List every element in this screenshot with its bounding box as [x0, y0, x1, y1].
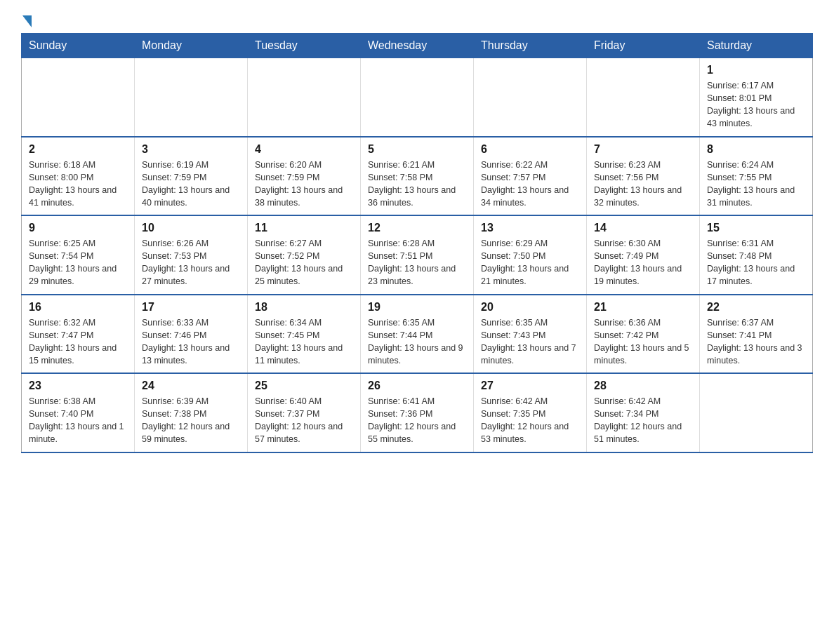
day-number: 24	[142, 380, 240, 392]
day-info: Sunrise: 6:35 AM Sunset: 7:44 PM Dayligh…	[368, 316, 466, 368]
calendar-day-cell: 2Sunrise: 6:18 AM Sunset: 8:00 PM Daylig…	[22, 137, 135, 216]
calendar-day-cell: 24Sunrise: 6:39 AM Sunset: 7:38 PM Dayli…	[135, 373, 248, 452]
day-number: 10	[142, 222, 240, 234]
day-number: 19	[368, 301, 466, 314]
day-number: 1	[707, 64, 805, 76]
day-number: 6	[481, 143, 579, 156]
calendar-day-cell: 13Sunrise: 6:29 AM Sunset: 7:50 PM Dayli…	[474, 215, 587, 295]
logo-triangle-icon	[22, 15, 32, 27]
day-info: Sunrise: 6:26 AM Sunset: 7:53 PM Dayligh…	[142, 237, 240, 288]
day-info: Sunrise: 6:25 AM Sunset: 7:54 PM Dayligh…	[29, 237, 127, 288]
day-number: 5	[368, 143, 466, 156]
calendar-week-row: 16Sunrise: 6:32 AM Sunset: 7:47 PM Dayli…	[22, 295, 813, 374]
day-number: 3	[142, 143, 240, 156]
day-number: 23	[29, 380, 127, 392]
calendar-day-cell: 16Sunrise: 6:32 AM Sunset: 7:47 PM Dayli…	[22, 295, 135, 374]
day-info: Sunrise: 6:36 AM Sunset: 7:42 PM Dayligh…	[594, 316, 692, 368]
calendar-day-cell: 28Sunrise: 6:42 AM Sunset: 7:34 PM Dayli…	[587, 373, 700, 452]
day-info: Sunrise: 6:33 AM Sunset: 7:46 PM Dayligh…	[142, 316, 240, 368]
day-info: Sunrise: 6:29 AM Sunset: 7:50 PM Dayligh…	[481, 237, 579, 288]
day-info: Sunrise: 6:18 AM Sunset: 8:00 PM Dayligh…	[29, 159, 127, 210]
calendar-day-cell: 8Sunrise: 6:24 AM Sunset: 7:55 PM Daylig…	[700, 137, 813, 216]
day-info: Sunrise: 6:32 AM Sunset: 7:47 PM Dayligh…	[29, 316, 127, 368]
calendar-day-cell: 3Sunrise: 6:19 AM Sunset: 7:59 PM Daylig…	[135, 137, 248, 216]
calendar-day-cell: 7Sunrise: 6:23 AM Sunset: 7:56 PM Daylig…	[587, 137, 700, 216]
calendar-day-cell	[248, 58, 361, 137]
day-info: Sunrise: 6:23 AM Sunset: 7:56 PM Dayligh…	[594, 159, 692, 210]
day-info: Sunrise: 6:30 AM Sunset: 7:49 PM Dayligh…	[594, 237, 692, 288]
day-info: Sunrise: 6:40 AM Sunset: 7:37 PM Dayligh…	[255, 395, 353, 446]
calendar-day-cell: 9Sunrise: 6:25 AM Sunset: 7:54 PM Daylig…	[22, 215, 135, 295]
column-header-thursday: Thursday	[474, 34, 587, 58]
day-number: 16	[29, 301, 127, 314]
column-header-sunday: Sunday	[22, 34, 135, 58]
calendar-day-cell: 4Sunrise: 6:20 AM Sunset: 7:59 PM Daylig…	[248, 137, 361, 216]
day-info: Sunrise: 6:38 AM Sunset: 7:40 PM Dayligh…	[29, 395, 127, 446]
calendar-week-row: 23Sunrise: 6:38 AM Sunset: 7:40 PM Dayli…	[22, 373, 813, 452]
calendar-day-cell	[474, 58, 587, 137]
calendar-table: SundayMondayTuesdayWednesdayThursdayFrid…	[21, 33, 813, 453]
calendar-day-cell: 22Sunrise: 6:37 AM Sunset: 7:41 PM Dayli…	[700, 295, 813, 374]
day-info: Sunrise: 6:28 AM Sunset: 7:51 PM Dayligh…	[368, 237, 466, 288]
day-info: Sunrise: 6:20 AM Sunset: 7:59 PM Dayligh…	[255, 159, 353, 210]
day-number: 4	[255, 143, 353, 156]
calendar-day-cell: 25Sunrise: 6:40 AM Sunset: 7:37 PM Dayli…	[248, 373, 361, 452]
day-number: 11	[255, 222, 353, 234]
calendar-day-cell: 20Sunrise: 6:35 AM Sunset: 7:43 PM Dayli…	[474, 295, 587, 374]
day-number: 22	[707, 301, 805, 314]
day-number: 28	[594, 380, 692, 392]
calendar-day-cell: 18Sunrise: 6:34 AM Sunset: 7:45 PM Dayli…	[248, 295, 361, 374]
calendar-day-cell: 11Sunrise: 6:27 AM Sunset: 7:52 PM Dayli…	[248, 215, 361, 295]
day-number: 17	[142, 301, 240, 314]
calendar-week-row: 9Sunrise: 6:25 AM Sunset: 7:54 PM Daylig…	[22, 215, 813, 295]
day-info: Sunrise: 6:34 AM Sunset: 7:45 PM Dayligh…	[255, 316, 353, 368]
day-info: Sunrise: 6:19 AM Sunset: 7:59 PM Dayligh…	[142, 159, 240, 210]
column-header-monday: Monday	[135, 34, 248, 58]
calendar-day-cell	[135, 58, 248, 137]
calendar-day-cell: 1Sunrise: 6:17 AM Sunset: 8:01 PM Daylig…	[700, 58, 813, 137]
calendar-day-cell: 23Sunrise: 6:38 AM Sunset: 7:40 PM Dayli…	[22, 373, 135, 452]
calendar-day-cell: 27Sunrise: 6:42 AM Sunset: 7:35 PM Dayli…	[474, 373, 587, 452]
day-info: Sunrise: 6:24 AM Sunset: 7:55 PM Dayligh…	[707, 159, 805, 210]
day-info: Sunrise: 6:22 AM Sunset: 7:57 PM Dayligh…	[481, 159, 579, 210]
calendar-day-cell: 12Sunrise: 6:28 AM Sunset: 7:51 PM Dayli…	[361, 215, 474, 295]
day-info: Sunrise: 6:21 AM Sunset: 7:58 PM Dayligh…	[368, 159, 466, 210]
day-number: 9	[29, 222, 127, 234]
day-number: 15	[707, 222, 805, 234]
day-info: Sunrise: 6:35 AM Sunset: 7:43 PM Dayligh…	[481, 316, 579, 368]
day-number: 2	[29, 143, 127, 156]
calendar-day-cell	[361, 58, 474, 137]
column-header-wednesday: Wednesday	[361, 34, 474, 58]
calendar-day-cell: 14Sunrise: 6:30 AM Sunset: 7:49 PM Dayli…	[587, 215, 700, 295]
logo	[21, 14, 32, 26]
calendar-day-cell: 10Sunrise: 6:26 AM Sunset: 7:53 PM Dayli…	[135, 215, 248, 295]
day-number: 27	[481, 380, 579, 392]
column-header-tuesday: Tuesday	[248, 34, 361, 58]
column-header-friday: Friday	[587, 34, 700, 58]
day-info: Sunrise: 6:42 AM Sunset: 7:34 PM Dayligh…	[594, 395, 692, 446]
day-number: 14	[594, 222, 692, 234]
day-number: 26	[368, 380, 466, 392]
calendar-day-cell: 21Sunrise: 6:36 AM Sunset: 7:42 PM Dayli…	[587, 295, 700, 374]
day-info: Sunrise: 6:27 AM Sunset: 7:52 PM Dayligh…	[255, 237, 353, 288]
day-number: 18	[255, 301, 353, 314]
day-info: Sunrise: 6:42 AM Sunset: 7:35 PM Dayligh…	[481, 395, 579, 446]
day-info: Sunrise: 6:37 AM Sunset: 7:41 PM Dayligh…	[707, 316, 805, 368]
day-info: Sunrise: 6:39 AM Sunset: 7:38 PM Dayligh…	[142, 395, 240, 446]
calendar-week-row: 1Sunrise: 6:17 AM Sunset: 8:01 PM Daylig…	[22, 58, 813, 137]
day-number: 8	[707, 143, 805, 156]
day-info: Sunrise: 6:41 AM Sunset: 7:36 PM Dayligh…	[368, 395, 466, 446]
calendar-day-cell: 15Sunrise: 6:31 AM Sunset: 7:48 PM Dayli…	[700, 215, 813, 295]
calendar-day-cell	[700, 373, 813, 452]
page-header	[21, 14, 813, 26]
column-header-saturday: Saturday	[700, 34, 813, 58]
calendar-day-cell: 19Sunrise: 6:35 AM Sunset: 7:44 PM Dayli…	[361, 295, 474, 374]
day-info: Sunrise: 6:31 AM Sunset: 7:48 PM Dayligh…	[707, 237, 805, 288]
calendar-day-cell	[22, 58, 135, 137]
day-number: 20	[481, 301, 579, 314]
day-number: 12	[368, 222, 466, 234]
calendar-header-row: SundayMondayTuesdayWednesdayThursdayFrid…	[22, 34, 813, 58]
calendar-week-row: 2Sunrise: 6:18 AM Sunset: 8:00 PM Daylig…	[22, 137, 813, 216]
calendar-day-cell: 17Sunrise: 6:33 AM Sunset: 7:46 PM Dayli…	[135, 295, 248, 374]
day-number: 21	[594, 301, 692, 314]
